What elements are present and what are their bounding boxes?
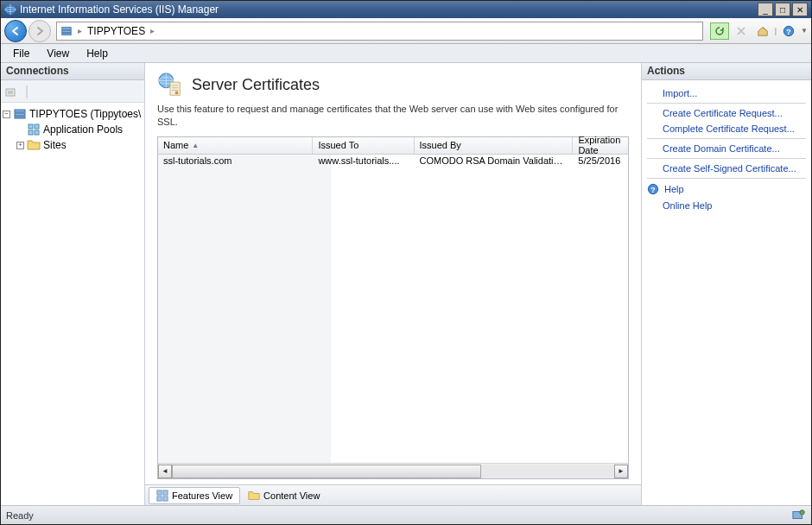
connect-icon[interactable] bbox=[4, 85, 18, 98]
svg-rect-14 bbox=[29, 130, 33, 135]
svg-text:?: ? bbox=[650, 186, 655, 194]
breadcrumb-bar[interactable]: ▸ TIPPYTOES ▸ bbox=[56, 22, 703, 41]
svg-rect-11 bbox=[15, 117, 25, 118]
action-create-request[interactable]: Create Certificate Request... bbox=[642, 105, 811, 121]
cell-name: ssl-tutorials.com bbox=[158, 155, 313, 170]
scroll-track[interactable] bbox=[172, 465, 614, 478]
connections-panel: Connections | − TIPPYTOES (Tippytoes\ Ap… bbox=[1, 63, 145, 505]
content-area: Connections | − TIPPYTOES (Tippytoes\ Ap… bbox=[1, 63, 811, 505]
close-button[interactable]: ✕ bbox=[792, 3, 808, 16]
column-header-name[interactable]: Name ▲ bbox=[158, 137, 313, 154]
tree-node-sites[interactable]: + Sites bbox=[3, 137, 143, 153]
apppools-icon bbox=[27, 123, 41, 136]
scroll-thumb[interactable] bbox=[172, 465, 481, 478]
status-bar: Ready bbox=[1, 505, 811, 524]
help-icon: ? bbox=[647, 183, 659, 195]
action-create-domain-cert[interactable]: Create Domain Certificate... bbox=[642, 141, 811, 156]
breadcrumb-node[interactable]: TIPPYTOES bbox=[87, 25, 145, 37]
main-body: Server Certificates Use this feature to … bbox=[145, 63, 641, 484]
action-help[interactable]: ? Help bbox=[642, 180, 811, 198]
nav-forward-button[interactable] bbox=[29, 20, 51, 42]
arrow-left-icon bbox=[10, 26, 21, 36]
stop-button[interactable] bbox=[732, 22, 751, 40]
svg-rect-23 bbox=[157, 490, 162, 494]
svg-rect-12 bbox=[29, 124, 33, 129]
connections-toolbar: | bbox=[1, 80, 144, 103]
actions-header: Actions bbox=[642, 63, 811, 80]
page-title: Server Certificates bbox=[192, 76, 320, 94]
grid-body[interactable]: ssl-tutorials.com www.ssl-tutorials.... … bbox=[158, 155, 628, 463]
column-header-issued-by[interactable]: Issued By bbox=[415, 137, 574, 154]
cell-expiration: 5/25/2016 bbox=[573, 155, 628, 170]
tree-label-server: TIPPYTOES (Tippytoes\ bbox=[29, 108, 141, 120]
status-config-icon[interactable] bbox=[792, 509, 806, 522]
home-icon bbox=[757, 25, 769, 37]
menu-help[interactable]: Help bbox=[78, 46, 117, 61]
iis-manager-window: Internet Information Services (IIS) Mana… bbox=[0, 0, 812, 525]
svg-rect-10 bbox=[15, 113, 25, 116]
server-icon bbox=[13, 107, 27, 121]
tree-label-sites: Sites bbox=[43, 139, 67, 151]
content-icon bbox=[248, 490, 260, 502]
certificates-grid: Name ▲ Issued To Issued By Expiration Da… bbox=[157, 136, 629, 479]
breadcrumb-separator: ▸ bbox=[150, 26, 155, 35]
action-online-help[interactable]: Online Help bbox=[642, 198, 811, 213]
features-icon bbox=[156, 490, 168, 502]
window-title: Internet Information Services (IIS) Mana… bbox=[20, 3, 756, 16]
view-tabs: Features View Content View bbox=[145, 484, 641, 505]
svg-rect-3 bbox=[62, 30, 72, 33]
svg-point-22 bbox=[175, 92, 179, 95]
help-button[interactable]: ? bbox=[779, 22, 798, 40]
breadcrumb-separator: ▸ bbox=[78, 26, 82, 35]
svg-point-30 bbox=[800, 509, 804, 514]
scroll-right-button[interactable]: ► bbox=[614, 465, 628, 478]
titlebar: Internet Information Services (IIS) Mana… bbox=[1, 1, 811, 18]
tree-node-apppools[interactable]: Application Pools bbox=[3, 122, 143, 137]
maximize-button[interactable]: □ bbox=[775, 3, 790, 16]
nav-back-button[interactable] bbox=[4, 20, 27, 42]
certificates-icon bbox=[157, 72, 183, 98]
horizontal-scrollbar[interactable]: ◄ ► bbox=[158, 463, 628, 478]
toolbar-icons: | ? ▼ bbox=[710, 22, 808, 40]
svg-rect-24 bbox=[163, 490, 168, 494]
arrow-right-icon bbox=[35, 26, 45, 36]
svg-rect-8 bbox=[8, 91, 13, 94]
column-header-issued-to[interactable]: Issued To bbox=[313, 137, 414, 154]
collapse-icon[interactable]: − bbox=[3, 111, 10, 118]
expand-icon[interactable]: + bbox=[16, 142, 24, 149]
menu-bar: File View Help bbox=[1, 44, 811, 63]
menu-file[interactable]: File bbox=[4, 46, 38, 61]
folder-icon bbox=[27, 138, 41, 152]
connections-tree[interactable]: − TIPPYTOES (Tippytoes\ Application Pool… bbox=[1, 103, 144, 505]
tree-label-apppools: Application Pools bbox=[43, 123, 123, 136]
menu-view[interactable]: View bbox=[38, 46, 78, 61]
svg-rect-4 bbox=[62, 33, 72, 35]
page-description: Use this feature to request and manage c… bbox=[157, 103, 629, 130]
svg-rect-2 bbox=[62, 27, 72, 29]
tab-content-view[interactable]: Content View bbox=[240, 487, 327, 504]
connections-header: Connections bbox=[1, 63, 144, 80]
app-icon bbox=[4, 3, 16, 16]
main-panel: Server Certificates Use this feature to … bbox=[145, 63, 641, 505]
svg-text:?: ? bbox=[786, 27, 790, 35]
tab-features-view[interactable]: Features View bbox=[149, 487, 240, 504]
scroll-left-button[interactable]: ◄ bbox=[158, 465, 172, 478]
svg-rect-9 bbox=[15, 110, 25, 112]
minimize-button[interactable]: _ bbox=[758, 3, 773, 16]
cell-issued-by: COMODO RSA Domain Validation... bbox=[414, 155, 573, 170]
action-import[interactable]: Import... bbox=[642, 85, 811, 101]
svg-rect-15 bbox=[35, 130, 39, 135]
action-create-self-signed[interactable]: Create Self-Signed Certificate... bbox=[642, 161, 811, 176]
navigation-bar: ▸ TIPPYTOES ▸ | ? ▼ bbox=[1, 18, 811, 44]
refresh-button[interactable] bbox=[710, 22, 729, 40]
actions-panel: Actions Import... Create Certificate Req… bbox=[641, 63, 811, 505]
action-complete-request[interactable]: Complete Certificate Request... bbox=[642, 121, 811, 136]
tree-node-server[interactable]: − TIPPYTOES (Tippytoes\ bbox=[3, 106, 143, 122]
cell-issued-to: www.ssl-tutorials.... bbox=[313, 155, 414, 170]
table-row[interactable]: ssl-tutorials.com www.ssl-tutorials.... … bbox=[158, 155, 628, 170]
chevron-down-icon[interactable]: ▼ bbox=[801, 27, 808, 35]
sort-asc-icon: ▲ bbox=[192, 142, 199, 149]
server-icon bbox=[60, 25, 73, 37]
column-header-expiration[interactable]: Expiration Date bbox=[573, 137, 628, 154]
home-button[interactable] bbox=[753, 22, 772, 40]
